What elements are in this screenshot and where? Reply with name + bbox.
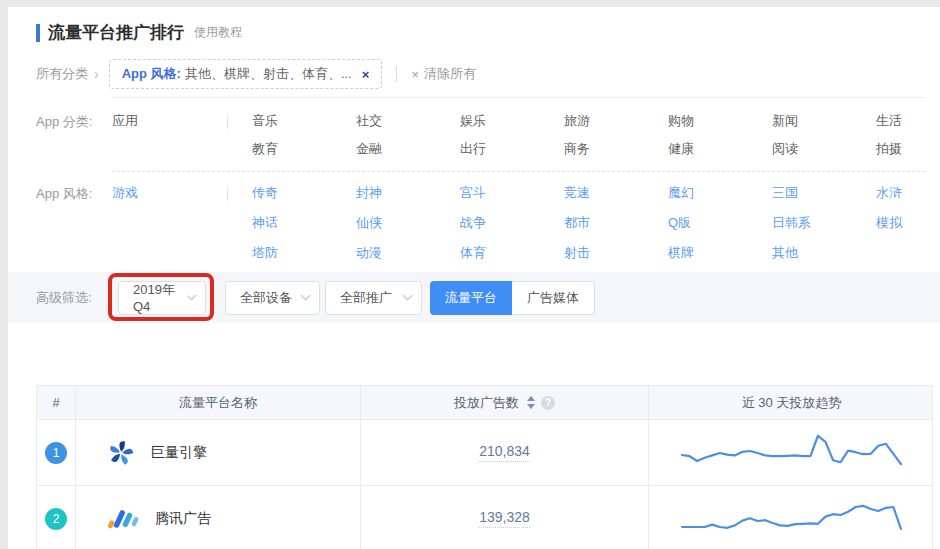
style-filter-tag[interactable]: App 风格: 其他、棋牌、射击、体育、... × bbox=[109, 59, 383, 89]
table-header-row: # 流量平台名称 投放广告数 ? 近 30 天投放趋势 bbox=[37, 386, 932, 420]
header-platform-name: 流量平台名称 bbox=[76, 386, 361, 420]
style-option[interactable]: 传奇 bbox=[252, 178, 356, 208]
filter-summary-row: 所有分类 › App 风格: 其他、棋牌、射击、体育、... × × 清除所有 bbox=[36, 59, 476, 89]
style-option[interactable]: Q版 bbox=[668, 208, 772, 238]
ads-count-value[interactable]: 210,834 bbox=[479, 443, 530, 462]
category-option[interactable]: 娱乐 bbox=[460, 107, 564, 135]
clear-all-label: 清除所有 bbox=[424, 65, 476, 83]
style-option[interactable]: 水浒 bbox=[876, 178, 940, 208]
trend-cell bbox=[649, 486, 934, 549]
category-option[interactable]: 出行 bbox=[460, 135, 564, 163]
style-option[interactable]: 其他 bbox=[772, 238, 876, 268]
chevron-down-icon bbox=[403, 291, 413, 301]
main-panel: 流量平台推广排行 使用教程 所有分类 › App 风格: 其他、棋牌、射击、体育… bbox=[8, 7, 940, 549]
page: 流量平台推广排行 使用教程 所有分类 › App 风格: 其他、棋牌、射击、体育… bbox=[0, 0, 940, 549]
category-option[interactable]: 新闻 bbox=[772, 107, 876, 135]
category-option[interactable]: 阅读 bbox=[772, 135, 876, 163]
style-option-primary[interactable]: 游戏 bbox=[112, 178, 212, 208]
divider bbox=[227, 186, 228, 201]
trend-cell bbox=[649, 420, 934, 486]
quarter-dropdown-value: 2019年Q4 bbox=[133, 281, 181, 314]
device-dropdown[interactable]: 全部设备 bbox=[225, 281, 320, 315]
platform-name[interactable]: 巨量引擎 bbox=[151, 444, 207, 462]
divider bbox=[112, 97, 925, 98]
tutorial-link[interactable]: 使用教程 bbox=[194, 24, 242, 41]
category-option[interactable]: 生活 bbox=[876, 107, 940, 135]
header-rank: # bbox=[37, 386, 76, 420]
style-option[interactable]: 神话 bbox=[252, 208, 356, 238]
chevron-right-icon: › bbox=[94, 66, 99, 82]
tencent-ads-logo bbox=[106, 505, 140, 532]
header-ads-count: 投放广告数 ? bbox=[361, 386, 649, 420]
category-column: 旅游商务 bbox=[564, 107, 668, 163]
style-option[interactable]: 仙侠 bbox=[356, 208, 460, 238]
filter-tag-prefix: App 风格: bbox=[122, 65, 181, 83]
ads-count-value[interactable]: 139,328 bbox=[479, 509, 530, 528]
style-column: 宫斗战争体育 bbox=[460, 178, 564, 268]
clear-all-button[interactable]: × 清除所有 bbox=[411, 65, 476, 83]
style-column: 水浒模拟 bbox=[876, 178, 940, 268]
style-option[interactable]: 模拟 bbox=[876, 208, 940, 238]
style-option[interactable]: 三国 bbox=[772, 178, 876, 208]
sort-desc-icon[interactable] bbox=[527, 404, 535, 409]
style-option[interactable]: 日韩系 bbox=[772, 208, 876, 238]
divider bbox=[112, 171, 925, 172]
close-icon: × bbox=[411, 67, 419, 82]
category-column: 音乐教育 bbox=[252, 107, 356, 163]
style-option[interactable]: 封神 bbox=[356, 178, 460, 208]
category-column: 购物健康 bbox=[668, 107, 772, 163]
device-dropdown-value: 全部设备 bbox=[240, 289, 292, 307]
remove-filter-icon[interactable]: × bbox=[362, 67, 370, 82]
style-option[interactable]: 塔防 bbox=[252, 238, 356, 268]
quarter-dropdown[interactable]: 2019年Q4 bbox=[118, 281, 206, 315]
style-option[interactable]: 战争 bbox=[460, 208, 564, 238]
filter-tag-value: 其他、棋牌、射击、体育、... bbox=[185, 65, 352, 83]
platform-name-cell[interactable]: 腾讯广告 bbox=[76, 486, 361, 549]
style-option[interactable]: 都市 bbox=[564, 208, 668, 238]
help-icon[interactable]: ? bbox=[541, 396, 555, 410]
app-category-grid: 音乐教育社交金融娱乐出行旅游商务购物健康新闻阅读生活拍摄 bbox=[252, 107, 940, 163]
category-column: 娱乐出行 bbox=[460, 107, 564, 163]
category-option[interactable]: 健康 bbox=[668, 135, 772, 163]
category-option-primary[interactable]: 应用 bbox=[112, 107, 212, 135]
sort-asc-icon[interactable] bbox=[527, 396, 535, 401]
category-column: 新闻阅读 bbox=[772, 107, 876, 163]
advanced-filter-label: 高级筛选: bbox=[36, 289, 92, 307]
style-option[interactable]: 体育 bbox=[460, 238, 564, 268]
category-option[interactable]: 拍摄 bbox=[876, 135, 940, 163]
promotion-dropdown-value: 全部推广 bbox=[340, 289, 392, 307]
style-option[interactable]: 宫斗 bbox=[460, 178, 564, 208]
title-accent-bar bbox=[36, 24, 40, 42]
category-option[interactable]: 教育 bbox=[252, 135, 356, 163]
divider bbox=[396, 66, 397, 82]
all-categories-label: 所有分类 bbox=[36, 65, 88, 83]
rank-cell: 1 bbox=[37, 420, 76, 486]
category-option[interactable]: 商务 bbox=[564, 135, 668, 163]
style-option[interactable]: 动漫 bbox=[356, 238, 460, 268]
style-column: 竞速都市射击 bbox=[564, 178, 668, 268]
style-option[interactable]: 竞速 bbox=[564, 178, 668, 208]
style-option[interactable]: 射击 bbox=[564, 238, 668, 268]
title-row: 流量平台推广排行 使用教程 bbox=[36, 21, 242, 44]
traffic-platform-tab[interactable]: 流量平台 bbox=[430, 281, 512, 315]
sort-control[interactable] bbox=[527, 396, 535, 409]
category-option[interactable]: 音乐 bbox=[252, 107, 356, 135]
category-option[interactable]: 旅游 bbox=[564, 107, 668, 135]
category-option[interactable]: 金融 bbox=[356, 135, 460, 163]
category-option[interactable]: 购物 bbox=[668, 107, 772, 135]
promotion-dropdown[interactable]: 全部推广 bbox=[325, 281, 422, 315]
style-column: 三国日韩系其他 bbox=[772, 178, 876, 268]
app-category-label: App 分类: bbox=[36, 113, 92, 131]
ads-count-cell: 139,328 bbox=[361, 486, 649, 549]
style-option[interactable]: 棋牌 bbox=[668, 238, 772, 268]
ads-count-cell: 210,834 bbox=[361, 420, 649, 486]
chevron-down-icon bbox=[301, 291, 311, 301]
ad-media-tab[interactable]: 广告媒体 bbox=[512, 281, 595, 315]
style-option[interactable]: 魔幻 bbox=[668, 178, 772, 208]
table-row: 2腾讯广告139,328 bbox=[37, 486, 932, 549]
platform-name[interactable]: 腾讯广告 bbox=[155, 510, 211, 528]
category-option[interactable]: 社交 bbox=[356, 107, 460, 135]
platform-name-cell[interactable]: 巨量引擎 bbox=[76, 420, 361, 486]
style-column: 魔幻Q版棋牌 bbox=[668, 178, 772, 268]
style-column: 传奇神话塔防 bbox=[252, 178, 356, 268]
